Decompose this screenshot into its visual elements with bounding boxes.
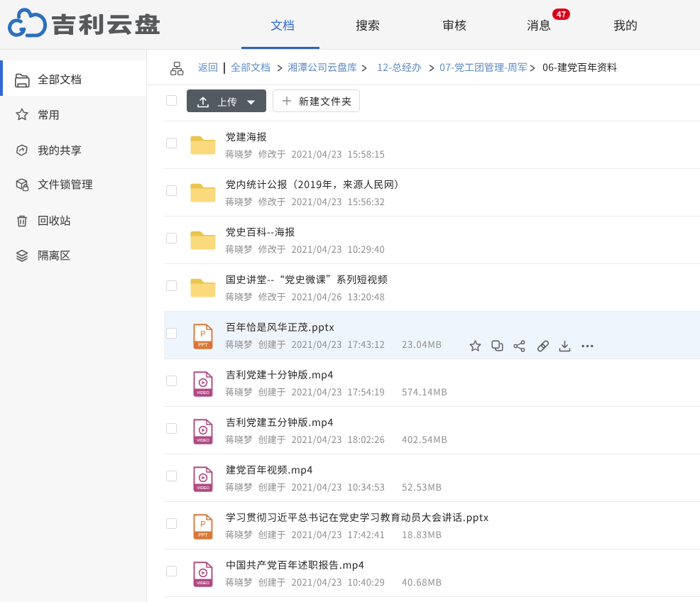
svg-text:VIDEO: VIDEO <box>197 581 209 585</box>
svg-text:VIDEO: VIDEO <box>197 390 209 395</box>
svg-text:P: P <box>200 520 206 528</box>
svg-text:PPT: PPT <box>198 342 207 347</box>
svg-text:PPT: PPT <box>198 532 207 537</box>
svg-text:P: P <box>200 329 206 338</box>
svg-text:VIDEO: VIDEO <box>197 486 209 490</box>
svg-text:VIDEO: VIDEO <box>197 438 209 442</box>
